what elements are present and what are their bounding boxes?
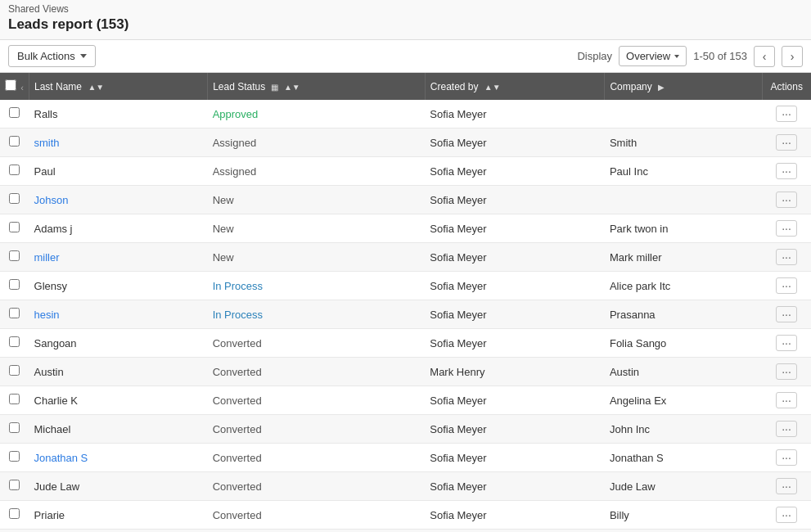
table-row: hesinIn ProcessSofia MeyerPrasanna···	[0, 300, 811, 329]
cell-lead-status: Approved	[208, 100, 426, 128]
row-actions-button[interactable]: ···	[776, 249, 797, 265]
cell-lead-status: Converted	[208, 415, 426, 444]
row-checkbox-cell	[0, 157, 29, 186]
cell-actions: ···	[762, 157, 811, 186]
cell-company: Austin	[605, 358, 762, 386]
cell-lead-status: Converted	[208, 472, 426, 501]
cell-created-by: Sofia Meyer	[425, 214, 605, 243]
row-checkbox[interactable]	[9, 394, 20, 404]
row-checkbox[interactable]	[9, 279, 20, 290]
col-created-by[interactable]: Created by ▲▼	[425, 73, 605, 100]
cell-company: Mark miller	[605, 243, 762, 272]
row-actions-button[interactable]: ···	[776, 163, 797, 179]
row-checkbox[interactable]	[9, 336, 20, 347]
cell-actions: ···	[762, 358, 811, 386]
cell-lead-status: Converted	[208, 444, 426, 472]
cell-lead-status: Converted	[208, 386, 426, 415]
col-lead-status[interactable]: Lead Status ▦ ▲▼	[208, 73, 426, 100]
cell-created-by: Sofia Meyer	[425, 530, 605, 533]
col-actions: Actions	[762, 73, 811, 100]
last-name-link[interactable]: Johson	[34, 194, 69, 206]
col-company[interactable]: Company ▶	[605, 73, 762, 100]
row-checkbox[interactable]	[9, 107, 20, 118]
row-checkbox-cell	[0, 243, 29, 272]
header-checkbox[interactable]	[5, 79, 16, 91]
row-actions-button[interactable]: ···	[776, 421, 797, 437]
pagination-info: 1-50 of 153	[693, 50, 747, 62]
row-checkbox[interactable]	[9, 193, 20, 204]
bulk-actions-label: Bulk Actions	[17, 50, 75, 62]
cell-last-name: Sangoan	[29, 329, 208, 358]
cell-company: Jonathan S	[605, 444, 762, 472]
bulk-actions-button[interactable]: Bulk Actions	[8, 45, 96, 67]
table-header-row: ‹ Last Name ▲▼ Lead Status ▦ ▲▼ Created …	[0, 73, 811, 100]
cell-created-by: Sofia Meyer	[425, 100, 605, 128]
row-checkbox[interactable]	[9, 508, 20, 519]
cell-created-by: Sofia Meyer	[425, 128, 605, 157]
display-area: Display Overview 1-50 of 153 ‹ ›	[577, 46, 803, 67]
row-checkbox[interactable]	[9, 480, 20, 490]
next-page-button[interactable]: ›	[782, 46, 803, 67]
row-checkbox[interactable]	[9, 165, 20, 175]
row-actions-button[interactable]: ···	[776, 392, 797, 408]
row-actions-button[interactable]: ···	[776, 306, 797, 322]
row-actions-button[interactable]: ···	[776, 335, 797, 351]
cell-lead-status: Converted	[208, 329, 426, 358]
row-checkbox[interactable]	[9, 422, 20, 433]
cell-actions: ···	[762, 186, 811, 214]
cell-company: Paul Inc	[605, 157, 762, 186]
col-company-label: Company	[610, 81, 651, 92]
collapse-icon[interactable]: ‹	[20, 83, 24, 92]
row-checkbox-cell	[0, 214, 29, 243]
cell-company: Smith	[605, 128, 762, 157]
row-checkbox-cell	[0, 386, 29, 415]
header-checkbox-col: ‹	[0, 73, 29, 100]
cell-last-name: Johson	[29, 186, 208, 214]
last-name-link[interactable]: miller	[34, 251, 60, 264]
cell-actions: ···	[762, 128, 811, 157]
row-checkbox[interactable]	[9, 365, 20, 376]
cell-company: Angelina Ex	[605, 386, 762, 415]
prev-page-button[interactable]: ‹	[754, 46, 775, 67]
row-checkbox[interactable]	[9, 451, 20, 462]
overview-button[interactable]: Overview	[619, 46, 687, 66]
row-actions-button[interactable]: ···	[776, 192, 797, 208]
row-checkbox-cell	[0, 472, 29, 501]
cell-lead-status: New	[208, 243, 426, 272]
table-row: MichaelConvertedSofia MeyerJohn Inc···	[0, 415, 811, 444]
row-actions-button[interactable]: ···	[776, 478, 797, 494]
col-last-name[interactable]: Last Name ▲▼	[29, 73, 208, 100]
cell-actions: ···	[762, 472, 811, 501]
last-name-link[interactable]: hesin	[34, 309, 60, 321]
cell-lead-status: Assigned	[208, 128, 426, 157]
cell-created-by: Sofia Meyer	[425, 386, 605, 415]
row-actions-button[interactable]: ···	[776, 277, 797, 294]
row-checkbox-cell	[0, 100, 29, 128]
row-checkbox[interactable]	[9, 308, 20, 318]
table-row: RichardConvertedSofia MeyerABC Inc···	[0, 530, 811, 533]
row-actions-button[interactable]: ···	[776, 449, 797, 466]
row-checkbox[interactable]	[9, 250, 20, 261]
last-name-link[interactable]: smith	[34, 137, 60, 149]
row-checkbox-cell	[0, 415, 29, 444]
cell-actions: ···	[762, 501, 811, 530]
display-label: Display	[577, 50, 612, 62]
row-checkbox[interactable]	[9, 136, 20, 147]
row-checkbox[interactable]	[9, 222, 20, 232]
created-by-sort-icon: ▲▼	[484, 83, 501, 92]
table-row: Adams jNewSofia MeyerPark twon in···	[0, 214, 811, 243]
cell-lead-status: Converted	[208, 501, 426, 530]
cell-created-by: Sofia Meyer	[425, 415, 605, 444]
row-checkbox-cell	[0, 272, 29, 300]
cell-lead-status: New	[208, 214, 426, 243]
last-name-link[interactable]: Jonathan S	[34, 452, 88, 464]
cell-last-name: Priarie	[29, 501, 208, 530]
row-actions-button[interactable]: ···	[776, 220, 797, 237]
row-actions-button[interactable]: ···	[776, 134, 797, 151]
cell-created-by: Sofia Meyer	[425, 186, 605, 214]
table-row: smithAssignedSofia MeyerSmith···	[0, 128, 811, 157]
row-actions-button[interactable]: ···	[776, 363, 797, 380]
row-checkbox-cell	[0, 444, 29, 472]
row-actions-button[interactable]: ···	[776, 106, 797, 122]
row-actions-button[interactable]: ···	[776, 507, 797, 523]
